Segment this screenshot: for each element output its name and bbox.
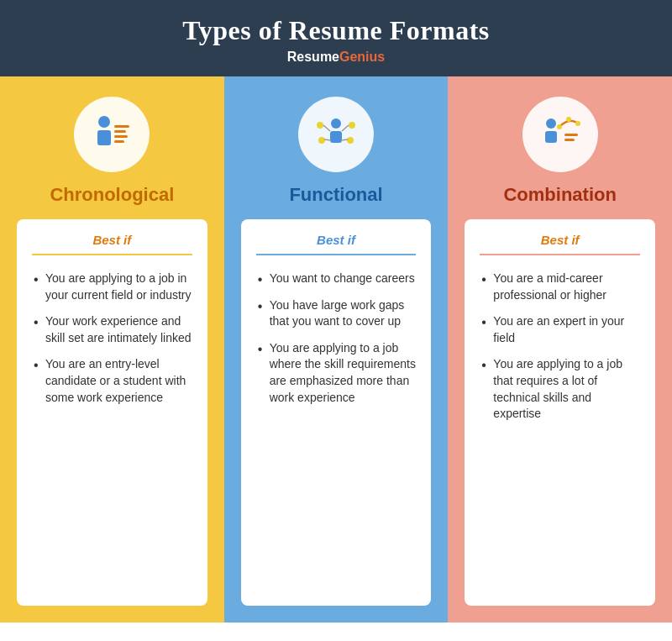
functional-icon [310,108,362,160]
svg-rect-3 [114,130,126,133]
brand: ResumeGenius [17,50,655,65]
svg-rect-1 [97,130,111,145]
svg-rect-22 [564,139,575,141]
combination-icon-circle [522,97,598,172]
svg-rect-17 [545,131,557,143]
functional-icon-circle [298,97,374,172]
col-chronological: Chronological Best if You are applying t… [0,76,224,623]
combination-card: Best if You are a mid-career professiona… [465,219,655,606]
svg-point-16 [546,118,556,129]
svg-line-13 [342,125,349,131]
chronological-icon [86,108,138,160]
page-title: Types of Resume Formats [17,15,655,46]
list-item: You are applying to a job where the skil… [256,335,417,411]
list-item: You want to change careers [256,265,417,292]
svg-rect-4 [114,135,128,138]
chronological-card: Best if You are applying to a job in you… [17,219,207,606]
list-item: You are an expert in your field [480,308,640,351]
svg-point-20 [575,121,580,126]
functional-bullets: You want to change careersYou have large… [256,265,417,411]
svg-rect-7 [330,131,342,143]
combination-title: Combination [503,184,616,206]
svg-line-14 [324,139,331,140]
list-item: You are applying to a job in your curren… [32,265,192,308]
svg-point-6 [331,118,341,129]
svg-line-15 [341,139,348,140]
svg-point-18 [557,124,562,129]
svg-point-0 [98,116,110,128]
chronological-icon-circle [74,97,150,172]
list-item: You are a mid-career professional or hig… [480,265,640,308]
list-item: You have large work gaps that you want t… [256,292,417,335]
svg-rect-5 [114,140,124,143]
columns-container: Chronological Best if You are applying t… [0,76,672,623]
combination-icon [534,108,586,160]
svg-point-10 [318,137,325,144]
svg-point-19 [566,117,571,122]
brand-part2: Genius [339,50,385,64]
header: Types of Resume Formats ResumeGenius [0,0,672,76]
chronological-title: Chronological [50,184,174,206]
col-functional: Functional Best if You want to change ca… [224,76,449,623]
svg-point-8 [317,122,323,129]
list-item: Your work experience and skill set are i… [32,308,192,351]
list-item: You are an entry-level candidate or a st… [32,351,192,411]
svg-point-9 [349,122,355,129]
functional-best-if: Best if [256,233,417,255]
combination-best-if: Best if [480,233,640,255]
functional-card: Best if You want to change careersYou ha… [241,219,432,606]
functional-title: Functional [289,184,382,206]
list-item: You are applying to a job that requires … [480,351,640,427]
svg-rect-21 [564,134,578,136]
svg-line-12 [323,125,330,131]
chronological-best-if: Best if [32,233,192,255]
svg-point-11 [347,137,354,144]
svg-rect-2 [114,125,129,128]
combination-bullets: You are a mid-career professional or hig… [480,265,640,428]
col-combination: Combination Best if You are a mid-career… [448,76,672,623]
chronological-bullets: You are applying to a job in your curren… [32,265,192,411]
brand-part1: Resume [287,50,339,64]
